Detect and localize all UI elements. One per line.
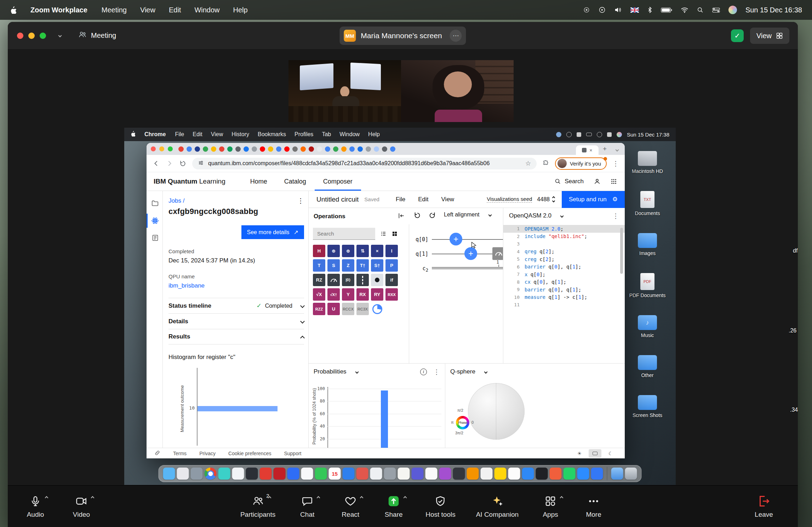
gate-button[interactable]: ⊕ <box>342 245 354 257</box>
dark-theme-icon[interactable]: ☾ <box>604 449 617 458</box>
alignment-dropdown[interactable]: Left alignment <box>444 212 491 218</box>
site-search-button[interactable]: Search <box>555 178 584 185</box>
circuit-name[interactable]: Untitled circuit <box>316 196 359 203</box>
desktop-icon-other[interactable]: Other <box>638 355 657 378</box>
pinned-tab[interactable] <box>211 146 216 152</box>
pinned-tab[interactable] <box>382 146 387 152</box>
status-icon[interactable] <box>597 132 602 137</box>
dock-icon-chrome[interactable] <box>205 468 217 480</box>
user-avatar[interactable] <box>617 132 622 137</box>
view-button[interactable]: View <box>750 28 789 44</box>
pinned-tab[interactable] <box>284 146 290 152</box>
dock-icon[interactable] <box>522 468 534 480</box>
control-participants[interactable]: 2Participants <box>240 494 275 519</box>
qasm-line[interactable]: 7x q[0]; <box>503 271 625 278</box>
pinned-tab[interactable] <box>358 146 363 152</box>
qasm-line[interactable]: 1OPENQASM 2.0; <box>503 225 625 233</box>
new-tab-button[interactable]: + <box>603 145 607 153</box>
menubar-menu-meeting[interactable]: Meeting <box>102 6 127 14</box>
battery-icon[interactable] <box>661 7 672 13</box>
dock-icon[interactable] <box>550 468 562 480</box>
pinned-tab[interactable] <box>317 146 322 152</box>
share-options-button[interactable]: ⋯ <box>450 30 462 42</box>
dock-icon[interactable] <box>453 468 465 480</box>
close-button[interactable] <box>151 146 156 151</box>
account-icon[interactable] <box>594 178 601 185</box>
dock-icon[interactable] <box>494 468 507 480</box>
job-kebab-icon[interactable]: ⋮ <box>297 197 304 205</box>
dock-icon[interactable] <box>287 468 299 480</box>
minimize-button[interactable] <box>159 146 164 151</box>
dock-icon-calendar[interactable]: 15 <box>329 468 341 480</box>
dock-icon[interactable] <box>467 468 479 480</box>
pinned-tab[interactable] <box>366 146 371 152</box>
gate-button[interactable]: T <box>313 259 325 272</box>
qasm-line[interactable]: 10measure q[1] -> c[1]; <box>503 294 625 301</box>
window-chevron-icon[interactable] <box>54 34 61 37</box>
control-video[interactable]: Video <box>70 494 93 519</box>
apple-menu-icon[interactable] <box>131 131 135 138</box>
status-timeline-row[interactable]: Status timeline ✓Completed <box>168 298 304 313</box>
caret-up-icon[interactable] <box>555 494 563 500</box>
dock-downloads-folder-icon[interactable] <box>611 468 623 480</box>
qasm-line[interactable]: 3 <box>503 240 625 248</box>
dock-icon[interactable] <box>564 468 576 480</box>
dock-trash-icon[interactable] <box>625 468 637 480</box>
site-brand[interactable]: IBM Quantum Learning <box>154 178 225 185</box>
viz-seed-value[interactable]: 4488 <box>537 196 555 203</box>
menubar-menu-view[interactable]: View <box>140 6 155 14</box>
pinned-tab[interactable] <box>374 146 379 152</box>
reload-button[interactable] <box>179 160 187 167</box>
pinned-tab[interactable] <box>244 146 249 152</box>
footer-link-support[interactable]: Support <box>284 451 301 456</box>
caret-up-icon[interactable] <box>399 494 406 500</box>
extensions-puzzle-icon[interactable] <box>542 160 549 167</box>
dock-icon[interactable] <box>439 468 451 480</box>
footer-link-terms[interactable]: Terms <box>173 451 187 456</box>
circuit-canvas[interactable]: q[0] q[1] c2 + + 1 <box>409 224 503 363</box>
seed-stepper[interactable] <box>553 197 555 202</box>
dock-icon[interactable] <box>191 468 203 480</box>
files-folder-icon[interactable] <box>147 197 162 210</box>
dock-icon[interactable] <box>301 468 313 480</box>
participant-video-1[interactable] <box>288 60 401 122</box>
control-apps[interactable]: Apps <box>539 494 562 519</box>
qasm-line[interactable]: 5creg c[2]; <box>503 255 625 263</box>
minimize-button[interactable] <box>28 33 35 39</box>
pinned-tab[interactable] <box>178 146 184 152</box>
dock-icon[interactable] <box>591 468 603 480</box>
dock-icon[interactable] <box>260 468 272 480</box>
gate-button[interactable]: RZ <box>313 274 325 286</box>
desktop-icon-drive[interactable]: Macintosh HD <box>632 151 663 174</box>
screen-record-icon[interactable] <box>583 6 590 13</box>
pinned-tab[interactable] <box>187 146 192 152</box>
qasm-line[interactable]: 2include "qelib1.inc"; <box>503 233 625 241</box>
dock-icon[interactable] <box>274 468 286 480</box>
qasm-line[interactable]: 4qreg q[2]; <box>503 248 625 256</box>
measure-gate[interactable] <box>327 274 340 286</box>
control-modifier-gate[interactable] <box>371 274 383 286</box>
gate-button[interactable]: |0⟩ <box>342 274 354 286</box>
shared-menu-history[interactable]: History <box>231 131 249 138</box>
shared-menu-window[interactable]: Window <box>339 131 360 138</box>
spotlight-search-icon[interactable] <box>697 7 704 13</box>
list-view-icon[interactable] <box>380 231 387 237</box>
gate-button[interactable]: RX <box>356 288 369 301</box>
dock-icon[interactable] <box>536 468 548 480</box>
back-button[interactable] <box>152 160 160 167</box>
caret-up-icon[interactable] <box>355 494 363 500</box>
shared-menu-bookmarks[interactable]: Bookmarks <box>258 131 286 138</box>
bookmark-star-icon[interactable]: ☆ <box>525 160 531 167</box>
see-more-details-button[interactable]: See more details ↗ <box>241 225 304 239</box>
gate-button[interactable]: Z <box>342 259 354 272</box>
pinned-tab[interactable] <box>203 146 208 152</box>
gate-button[interactable]: × <box>371 245 383 257</box>
gate-button[interactable]: √X† <box>327 288 340 301</box>
close-button[interactable] <box>17 33 23 39</box>
x-gate-on-q0[interactable]: + <box>450 233 462 245</box>
control-center-icon[interactable] <box>712 7 720 13</box>
gate-button[interactable]: I <box>385 245 398 257</box>
gate-button[interactable]: ⊕ <box>327 245 340 257</box>
pinned-tab[interactable] <box>195 146 200 152</box>
tab-close-icon[interactable]: × <box>589 147 592 153</box>
